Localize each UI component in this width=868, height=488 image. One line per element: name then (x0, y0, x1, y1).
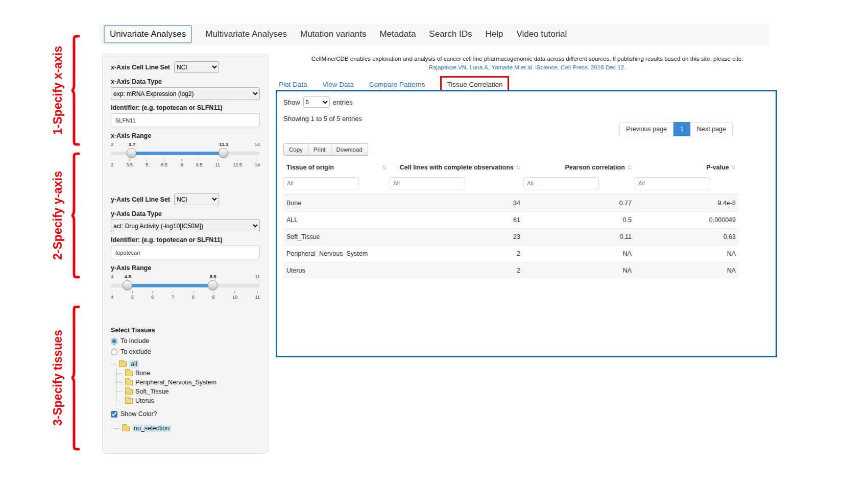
folder-icon (125, 380, 133, 385)
filter-p-value-input[interactable] (635, 177, 710, 189)
tab-view-data[interactable]: View Data (323, 81, 354, 88)
x-range-max: 14 (254, 141, 260, 147)
y-slider-ticks: 4 5 6 7 8 9 10 11 (111, 291, 260, 300)
table-filter-row (283, 175, 739, 195)
y-slider-active-range (128, 284, 213, 287)
y-axis-range-label: y-Axis Range (111, 264, 260, 272)
filter-cell-lines-input[interactable] (390, 177, 465, 189)
x-axis-identifier-input[interactable] (111, 113, 260, 127)
column-header-tissue-of-origin[interactable]: Tissue of origin ⇅ (283, 160, 390, 175)
nav-tab-metadata[interactable]: Metadata (379, 29, 416, 39)
y-axis-identifier-input[interactable] (111, 246, 260, 259)
tree-node-pns-label: Peripheral_Nervous_System (135, 379, 216, 386)
table-row[interactable]: Soft_Tissue 23 0.11 0.63 (283, 229, 739, 246)
nav-tab-univariate-analyses[interactable]: Univariate Analyses (104, 25, 192, 43)
x-axis-identifier-label: Identifier: (e.g. topotecan or SLFN11) (111, 104, 260, 111)
nav-tab-video-tutorial[interactable]: Video tutorial (516, 29, 567, 39)
table-header-row: Tissue of origin ⇅ Cell lines with compl… (283, 160, 739, 175)
step3-label: 3-Specify tissues (51, 301, 65, 454)
tab-plot-data[interactable]: Plot Data (279, 81, 307, 88)
sort-icon[interactable]: ⇅ (627, 164, 632, 170)
tree-node-uterus-label: Uterus (135, 397, 154, 404)
next-page-button[interactable]: Next page (690, 122, 733, 136)
nav-tab-help[interactable]: Help (485, 29, 503, 39)
x-slider-handle-low[interactable] (127, 148, 136, 158)
show-label: Show (283, 99, 300, 106)
sort-icon[interactable]: ⇅ (382, 164, 387, 171)
tree-node-all[interactable]: all (111, 359, 260, 369)
x-axis-range-slider[interactable]: 2 3.7 11.1 14 2 3.5 5 6.5 8 9.5 11 12.5 … (111, 141, 260, 172)
sort-icon[interactable]: ⇅ (516, 164, 520, 170)
y-slider-handle-low[interactable] (123, 280, 132, 290)
x-axis-cell-line-set-label: x-Axis Cell Line Set (111, 64, 170, 71)
tree-node-uterus[interactable]: Uterus (117, 396, 260, 405)
nav-tab-mutation-variants[interactable]: Mutation variants (300, 29, 366, 39)
column-header-cell-lines[interactable]: Cell lines with complete observations⇅ (390, 160, 523, 175)
x-axis-cell-line-set-select[interactable]: NCI (174, 61, 219, 73)
show-color-option[interactable]: Show Color? (111, 410, 260, 418)
table-row[interactable]: Bone 34 0.77 9.4e-8 (283, 195, 739, 212)
nav-tab-search-ids[interactable]: Search IDs (429, 29, 472, 39)
y-range-to: 8.8 (210, 274, 216, 279)
sort-icon[interactable]: ⇅ (731, 164, 736, 170)
tree-node-peripheral-nervous-system[interactable]: Peripheral_Nervous_System (117, 378, 260, 387)
tissues-exclude-option[interactable]: To exclude (111, 348, 260, 355)
showing-entries-text: Showing 1 to 5 of 5 entries (283, 115, 362, 123)
y-axis-range-slider[interactable]: 4 4.8 8.8 11 4 5 6 7 8 9 10 11 (111, 274, 260, 304)
tissue-tree: all Bone Peripheral_Nervous_System Soft_… (111, 359, 260, 405)
folder-icon (125, 371, 133, 376)
entries-count-select[interactable]: 5 (303, 96, 330, 108)
tree-node-bone[interactable]: Bone (117, 369, 260, 378)
filter-pearson-input[interactable] (523, 177, 599, 189)
step3-bracket-icon (70, 305, 81, 451)
table-row[interactable]: Peripheral_Nervous_System 2 NA NA (283, 246, 739, 262)
show-color-checkbox[interactable] (111, 411, 117, 418)
citation-line1: CellMinerCDB enables exploration and ana… (278, 55, 776, 63)
folder-icon (125, 398, 133, 404)
x-axis-data-type-select[interactable]: exp: mRNA Expression (log2) (111, 87, 260, 100)
print-button[interactable]: Print (308, 143, 331, 156)
x-range-min: 2 (111, 141, 113, 147)
y-axis-cell-line-set-label: y-Axis Cell Line Set (111, 196, 170, 203)
table-row[interactable]: ALL 61 0.5 0.000049 (283, 212, 739, 229)
step2-bracket-icon (70, 152, 81, 279)
tree-node-no-selection[interactable]: no_selection (114, 424, 260, 433)
x-axis-data-type-label: x-Axis Data Type (111, 78, 260, 85)
table-row[interactable]: Uterus 2 NA NA (283, 262, 739, 279)
select-tissues-title: Select Tissues (111, 327, 260, 334)
tab-compare-patterns[interactable]: Compare Patterns (369, 81, 425, 88)
y-slider-handle-high[interactable] (208, 280, 218, 290)
settings-sidebar: x-Axis Cell Line Set NCI x-Axis Data Typ… (102, 54, 269, 454)
tissues-include-option[interactable]: To include (111, 337, 260, 345)
y-range-from: 4.8 (125, 274, 131, 279)
y-range-min: 4 (111, 274, 113, 279)
y-range-max: 11 (255, 274, 260, 279)
tissues-include-radio[interactable] (111, 338, 117, 345)
download-button[interactable]: Download (331, 143, 368, 156)
tree-node-bone-label: Bone (135, 370, 150, 377)
copy-button[interactable]: Copy (283, 143, 308, 156)
citation-link[interactable]: Rajapakse.VN, Luna.A, Yamade.M et al. iS… (278, 63, 776, 72)
export-button-group: Copy Print Download (283, 143, 368, 156)
entries-label: entries (333, 99, 353, 106)
nav-tab-multivariate-analyses[interactable]: Multivariate Analyses (205, 29, 287, 39)
y-axis-data-type-select[interactable]: act: Drug Activity (-log10[IC50M]) (111, 219, 260, 232)
page-number-button[interactable]: 1 (673, 122, 690, 136)
x-slider-handle-high[interactable] (219, 148, 228, 158)
folder-icon (125, 389, 133, 395)
filter-tissue-input[interactable] (283, 177, 359, 189)
pagination: Previous page 1 Next page (619, 122, 733, 136)
y-axis-identifier-label: Identifier: (e.g. topotecan or SLFN11) (111, 236, 260, 243)
x-range-from: 3.7 (129, 141, 135, 147)
y-axis-cell-line-set-select[interactable]: NCI (174, 193, 219, 205)
x-axis-range-label: x-Axis Range (111, 132, 260, 139)
column-header-pearson-correlation[interactable]: Pearson correlation⇅ (523, 160, 635, 175)
correlation-table: Tissue of origin ⇅ Cell lines with compl… (283, 160, 739, 279)
previous-page-button[interactable]: Previous page (619, 122, 673, 136)
x-slider-ticks: 2 3.5 5 6.5 8 9.5 11 12.5 14 (111, 159, 260, 167)
tree-node-soft-tissue[interactable]: Soft_Tissue (117, 387, 260, 396)
tissues-exclude-radio[interactable] (111, 349, 117, 355)
column-header-p-value[interactable]: P-value⇅ (635, 160, 739, 175)
tissue-correlation-panel: Show 5 entries Showing 1 to 5 of 5 entri… (276, 90, 777, 357)
tissues-exclude-label: To exclude (120, 348, 151, 355)
